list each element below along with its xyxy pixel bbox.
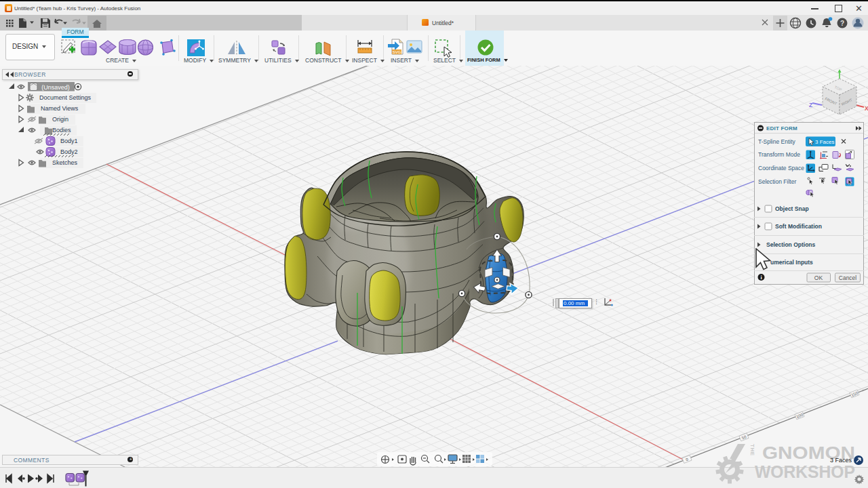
svg-text:Object Snap: Object Snap — [775, 205, 809, 212]
svg-text:Transform Mode: Transform Mode — [758, 151, 800, 158]
svg-text:Cancel: Cancel — [839, 274, 857, 281]
svg-text:EDIT FORM: EDIT FORM — [766, 125, 797, 131]
svg-text:X: X — [865, 105, 868, 112]
svg-text:Coordinate Space: Coordinate Space — [758, 165, 804, 171]
svg-text:T-Spline Entity: T-Spline Entity — [758, 138, 796, 145]
svg-text:?: ? — [840, 20, 844, 27]
svg-text:Selection Options: Selection Options — [766, 241, 816, 248]
svg-text:Z: Z — [809, 102, 812, 108]
svg-text:WORKSHOP: WORKSHOP — [755, 462, 855, 481]
svg-text:Selection Filter: Selection Filter — [758, 178, 796, 185]
svg-text:THE: THE — [749, 444, 755, 456]
svg-text:OK: OK — [814, 274, 823, 281]
svg-text:3 Faces: 3 Faces — [815, 139, 834, 145]
svg-text:(Unsaved): (Unsaved) — [41, 84, 70, 91]
svg-text:Soft Modification: Soft Modification — [775, 223, 822, 230]
svg-text:SVG: SVG — [393, 50, 401, 54]
svg-text:umerical Inputs: umerical Inputs — [770, 259, 813, 266]
